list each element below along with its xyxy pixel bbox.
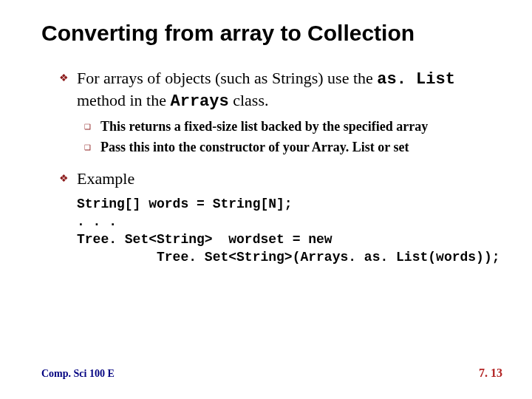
code-block: String[] words = String[N]; . . . Tree. …	[59, 195, 502, 266]
sub-bullet-item: ❑ This returns a fixed-size list backed …	[84, 118, 502, 134]
code-fragment: Arrays	[170, 92, 228, 111]
slide-title: Converting from array to Collection	[41, 21, 502, 46]
footer-course: Comp. Sci 100 E	[41, 368, 115, 380]
bullet-text: For arrays of objects (such as Strings) …	[77, 68, 502, 112]
sub-bullet-group: ❑ This returns a fixed-size list backed …	[59, 118, 502, 155]
bullet-text: Example	[77, 168, 502, 189]
bullet-item: ❖ For arrays of objects (such as Strings…	[59, 68, 502, 112]
footer-page-number: 7. 13	[479, 366, 502, 380]
square-bullet-icon: ❑	[84, 118, 95, 134]
sub-bullet-text: Pass this into the constructor of your A…	[100, 139, 502, 155]
code-fragment: as. List	[377, 70, 455, 89]
sub-bullet-item: ❑ Pass this into the constructor of your…	[84, 139, 502, 155]
text-fragment: For arrays of objects (such as Strings) …	[77, 69, 377, 87]
diamond-bullet-icon: ❖	[59, 168, 71, 188]
text-fragment: method in the	[77, 91, 170, 109]
slide: Converting from array to Collection ❖ Fo…	[0, 0, 532, 399]
diamond-bullet-icon: ❖	[59, 68, 71, 87]
square-bullet-icon: ❑	[84, 139, 95, 154]
sub-bullet-text: This returns a fixed-size list backed by…	[100, 118, 502, 134]
text-fragment: class.	[229, 91, 269, 109]
bullet-item: ❖ Example	[59, 168, 502, 189]
text-fragment: Example	[77, 169, 134, 188]
slide-body: ❖ For arrays of objects (such as Strings…	[41, 68, 502, 266]
